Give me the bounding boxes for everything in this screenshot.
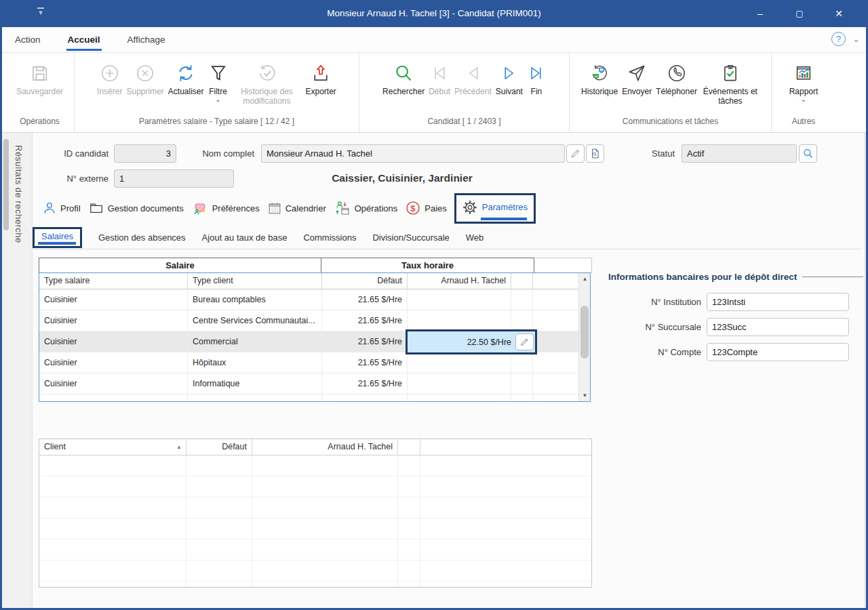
compte-field[interactable]	[707, 343, 849, 361]
search-results-label[interactable]: Résultats de recherche	[14, 145, 24, 243]
col-defaut[interactable]: Défaut	[322, 273, 408, 289]
menu-tab-accueil[interactable]: Accueil	[68, 27, 100, 53]
previous-record-button[interactable]: Précédent	[452, 58, 494, 98]
no-externe-field[interactable]	[114, 169, 234, 188]
vertical-scrollbar[interactable]: ▲ ▼	[578, 273, 590, 401]
export-button[interactable]: Exporter	[304, 58, 338, 98]
history-modifications-button[interactable]: Historique des modifications	[231, 58, 304, 107]
save-button[interactable]: Sauvegarder	[14, 58, 65, 98]
statut-lookup-button[interactable]	[799, 144, 817, 163]
subtab-web[interactable]: Web	[466, 232, 484, 243]
scrollbar-thumb[interactable]	[580, 306, 589, 359]
filter-icon	[208, 60, 229, 87]
subtab-salaires[interactable]: Salaires	[33, 227, 82, 248]
col-defaut[interactable]: Défaut	[186, 439, 252, 455]
col-type-client[interactable]: Type client	[188, 273, 322, 289]
col-arnaud-tachel[interactable]: Arnaud H. Tachel	[408, 273, 511, 289]
close-button[interactable]: ✕	[819, 0, 859, 27]
institution-field[interactable]	[707, 293, 849, 311]
nom-complet-field[interactable]	[261, 144, 565, 163]
tab-profil[interactable]: Profil	[42, 201, 81, 216]
statut-field[interactable]	[682, 144, 797, 163]
report-button[interactable]: Rapport ⌄	[787, 58, 821, 104]
selected-rate-cell[interactable]: 22.50 $/Hre	[406, 329, 537, 354]
last-icon	[527, 60, 546, 87]
tab-preferences[interactable]: Préférences	[191, 200, 260, 216]
menu-tab-affichage[interactable]: Affichage	[127, 27, 165, 53]
export-icon	[311, 60, 331, 87]
send-button[interactable]: Envoyer	[620, 58, 654, 98]
search-results-panel-tab[interactable]: Résultats de recherche	[2, 133, 33, 608]
search-icon	[393, 60, 414, 87]
menu-tab-action[interactable]: Action	[15, 27, 41, 53]
filter-dropdown-icon[interactable]: ⌄	[215, 97, 220, 102]
insert-button[interactable]: Insérer	[95, 58, 124, 98]
previous-icon	[464, 60, 483, 87]
help-icon[interactable]: ?	[831, 32, 846, 46]
empty-row[interactable]	[39, 476, 591, 497]
preview-document-button[interactable]	[586, 144, 604, 163]
collapse-ribbon-icon[interactable]: ⌄	[852, 34, 860, 44]
ribbon-toolbar: Sauvegarder Opérations Insérer Supprim	[0, 53, 868, 133]
report-icon	[793, 60, 814, 87]
subtab-ajout-taux-base[interactable]: Ajout au taux de base	[202, 232, 288, 243]
empty-row[interactable]	[39, 455, 591, 476]
empty-row[interactable]	[39, 540, 591, 561]
svg-text:$: $	[411, 204, 416, 214]
empty-row[interactable]	[39, 561, 591, 582]
col-type-salaire[interactable]: Type salaire	[39, 273, 188, 289]
table-row[interactable]: Cuisinier Centre Services Communautai...…	[39, 310, 590, 331]
table-row[interactable]: Cuisinier Hôpitaux 21.65 $/Hre	[39, 352, 590, 373]
empty-row[interactable]	[39, 497, 591, 518]
empty-row[interactable]	[39, 518, 591, 540]
edit-name-button[interactable]	[566, 144, 585, 163]
table-row[interactable]: Cuisinier Bureau comptables 21.65 $/Hre	[39, 289, 590, 310]
subtab-gestion-absences[interactable]: Gestion des absences	[98, 232, 186, 243]
succursale-field[interactable]	[707, 318, 849, 336]
minimize-button[interactable]: –	[741, 0, 780, 27]
succursale-label: N° Succursale	[606, 318, 701, 336]
search-candidate-button[interactable]: Rechercher	[380, 58, 427, 98]
refresh-button[interactable]: Actualiser	[166, 58, 206, 98]
empty-row[interactable]	[39, 582, 591, 587]
section-tabs: Profil Gestion documents Préférences Cal…	[42, 192, 536, 224]
institution-label: N° Institution	[606, 293, 701, 311]
last-record-button[interactable]: Fin	[525, 58, 548, 98]
id-candidat-field[interactable]	[114, 144, 176, 163]
scroll-down-icon[interactable]: ▼	[579, 390, 591, 401]
table-row[interactable]: Secrétaire Assurances 15.00 $/Hre	[39, 394, 590, 402]
panel-splitter-handle[interactable]	[3, 139, 9, 230]
salary-table-header: Type salaire Type client Défaut Arnaud H…	[39, 273, 590, 289]
candidate-jobs-heading: Caissier, Cuisinier, Jardinier	[290, 172, 514, 184]
delete-button[interactable]: Supprimer	[124, 58, 165, 98]
filter-button[interactable]: Filtre ⌄	[206, 58, 231, 104]
window-title: Monsieur Arnaud H. Tachel [3] - Candidat…	[0, 0, 868, 27]
report-dropdown-icon[interactable]: ⌄	[801, 97, 806, 102]
phone-button[interactable]: Téléphoner	[654, 58, 699, 98]
sort-asc-icon[interactable]: ▲	[176, 439, 182, 455]
subtab-division-succursale[interactable]: Division/Succursale	[372, 232, 449, 243]
tab-parametres[interactable]: Paramètres	[454, 193, 536, 224]
tab-calendrier[interactable]: Calendrier	[267, 201, 326, 216]
col-arnaud-tachel[interactable]: Arnaud H. Tachel	[252, 439, 398, 455]
insert-icon	[100, 60, 120, 87]
next-record-button[interactable]: Suivant	[494, 58, 525, 98]
maximize-button[interactable]: ▢	[780, 0, 819, 27]
refresh-icon	[176, 60, 196, 87]
ribbon-group-label: Opérations	[7, 113, 73, 132]
history-check-icon	[257, 60, 277, 87]
tab-paies[interactable]: $ Paies	[405, 200, 447, 216]
events-tasks-button[interactable]: Événements et tâches	[699, 58, 762, 107]
col-client[interactable]: Client ▲	[39, 439, 186, 455]
folder-icon	[88, 201, 104, 216]
comm-history-button[interactable]: Historique	[579, 58, 620, 98]
table-row[interactable]: Cuisinier Informatique 21.65 $/Hre	[39, 373, 590, 394]
title-bar: ▾ Monsieur Arnaud H. Tachel [3] - Candid…	[0, 0, 868, 27]
subtab-commissions[interactable]: Commissions	[303, 232, 356, 243]
tab-operations[interactable]: Opérations	[334, 200, 398, 216]
menu-bar: Action Accueil Affichage ? ⌄	[0, 27, 868, 53]
edit-rate-button[interactable]	[515, 333, 534, 350]
first-record-button[interactable]: Début	[427, 58, 452, 98]
scroll-up-icon[interactable]: ▲	[579, 273, 591, 285]
tab-gestion-documents[interactable]: Gestion documents	[88, 201, 184, 216]
